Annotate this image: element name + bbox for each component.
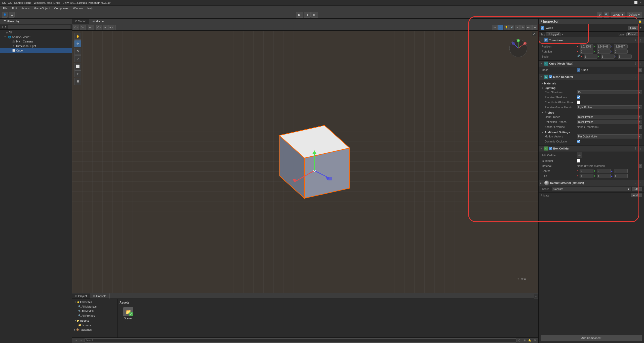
pos-z-input[interactable] xyxy=(614,44,628,48)
scene-tab-actions[interactable]: ⋮ xyxy=(533,18,538,24)
hierarchy-item-all[interactable]: ⊕ All xyxy=(0,30,72,35)
tag-dropdown-icon[interactable]: ▼ xyxy=(561,33,565,35)
hierarchy-item-maincamera[interactable]: 🎥 Main Camera xyxy=(0,39,72,44)
transform-tool-btn[interactable]: ✛ xyxy=(74,70,81,77)
mf-more-btn[interactable]: ⋮ xyxy=(638,62,642,66)
tab-game[interactable]: 🎮 Game xyxy=(89,19,107,24)
layer-value[interactable]: Default xyxy=(626,32,638,36)
tab-scene[interactable]: ⬡ Scene xyxy=(72,19,89,24)
scene-layers2-btn[interactable]: ⊞ ▼ xyxy=(526,25,532,30)
menu-gameobject[interactable]: GameObject xyxy=(32,6,52,10)
reflection-probes-dropdown[interactable]: Blend Probes ▼ xyxy=(577,120,642,124)
light-probes-dropdown[interactable]: Blend Probes ▼ xyxy=(577,115,642,119)
additional-settings-header[interactable]: ▼ Additional Settings xyxy=(541,130,642,134)
toolbar-settings-btn[interactable]: ⚙ xyxy=(597,12,602,18)
project-tree-packages[interactable]: ▶ 📦 Packages xyxy=(73,327,116,332)
hierarchy-item-dirlight[interactable]: ☀ Directional Light xyxy=(0,44,72,48)
bc-info-btn[interactable]: ? xyxy=(633,146,637,151)
layer-dropdown-icon[interactable]: ▼ xyxy=(639,33,642,35)
material-more-btn[interactable]: ⋮ xyxy=(638,181,642,185)
move-tool-btn[interactable]: ✛ xyxy=(74,40,81,47)
scale-z-input[interactable] xyxy=(618,55,632,59)
minimize-btn[interactable]: — xyxy=(629,1,632,4)
mf-info-btn[interactable]: ? xyxy=(633,62,637,66)
toolbar-account-btn[interactable]: 👤 xyxy=(2,12,8,18)
scene-snap-btn[interactable]: ⬡ ▼ xyxy=(96,25,102,30)
mesh-select-btn[interactable]: ◎ xyxy=(638,68,642,72)
scene-display-btn[interactable]: ⬡ ▼ xyxy=(73,25,79,30)
anchor-select-btn[interactable]: ◎ xyxy=(638,125,642,129)
project-tree-assets[interactable]: ▼ 📁 Assets xyxy=(73,318,116,323)
menu-help[interactable]: Help xyxy=(85,6,95,10)
project-add-btn[interactable]: + xyxy=(74,338,78,342)
scale-tool-btn[interactable]: ⤢ xyxy=(74,55,81,62)
size-x-input[interactable] xyxy=(580,174,593,178)
project-filter-btn[interactable]: ⬡ xyxy=(517,338,521,342)
edit-collider-btn[interactable]: ✏ xyxy=(577,153,582,158)
rotate-tool-btn[interactable]: ↻ xyxy=(74,48,81,55)
mr-more-btn[interactable]: ⋮ xyxy=(638,75,642,79)
project-tree-scenes[interactable]: 📁 Scenes xyxy=(73,323,116,327)
hierarchy-item-samplescene[interactable]: ▼ 🌐 SampleScene* ⋮ xyxy=(0,35,72,39)
receive-gi-dropdown[interactable]: Light Probes ▼ xyxy=(577,105,642,109)
static-dropdown-btn[interactable]: ▼ xyxy=(639,26,642,29)
hierarchy-tab[interactable]: ☰ Hierarchy xyxy=(2,19,21,24)
play-button[interactable]: ▶ xyxy=(296,12,303,18)
add-component-btn[interactable]: Add Component xyxy=(541,335,642,341)
custom-tool-btn[interactable]: ⊞ xyxy=(74,78,81,85)
menu-edit[interactable]: Edit xyxy=(10,6,19,10)
component-transform-header[interactable]: ▼ ⊞ Transform ? ⋮ xyxy=(539,37,644,43)
motion-vectors-dropdown[interactable]: Per Object Motion ▼ xyxy=(577,134,642,138)
transform-more-btn[interactable]: ⋮ xyxy=(638,38,642,42)
probes-section-header[interactable]: ▼ Probes xyxy=(541,110,642,115)
project-star-btn[interactable]: ⭐ xyxy=(528,338,532,342)
restore-btn[interactable]: ⬜ xyxy=(634,1,638,4)
size-y-input[interactable] xyxy=(597,174,611,178)
shader-edit-btn[interactable]: Edit... xyxy=(632,187,642,191)
scene-fx-btn[interactable]: ✦ xyxy=(515,25,520,30)
rot-z-input[interactable] xyxy=(614,50,628,54)
mr-enabled-check[interactable] xyxy=(549,75,552,78)
scale-y-input[interactable] xyxy=(601,55,615,59)
cast-shadows-dropdown[interactable]: On ▼ xyxy=(577,90,642,94)
pos-x-input[interactable] xyxy=(580,44,593,48)
rot-x-input[interactable] xyxy=(580,50,593,54)
project-tree-all-prefabs[interactable]: 🔍 All Prefabs xyxy=(73,313,116,318)
project-maximize-btn[interactable]: ⤢ xyxy=(534,294,538,299)
shader-dropdown[interactable]: Standard ▼ xyxy=(552,187,631,191)
static-button[interactable]: Static xyxy=(628,26,638,30)
collider-mat-select-btn[interactable]: ◎ xyxy=(638,164,642,168)
contribute-gi-check[interactable] xyxy=(577,101,580,104)
project-tree-btn[interactable]: ⊞ xyxy=(522,338,527,342)
box-collider-header[interactable]: ▼ ⬡ Box Collider ? ⋮ xyxy=(539,145,644,152)
menu-file[interactable]: File xyxy=(1,6,10,10)
hierarchy-options-btn[interactable]: ⋮ xyxy=(66,19,70,23)
default-dropdown[interactable]: Default ▼ xyxy=(627,12,642,18)
step-button[interactable]: ⏭ xyxy=(311,12,318,18)
bc-more-btn[interactable]: ⋮ xyxy=(638,146,642,151)
hierarchy-search-input[interactable] xyxy=(8,25,70,29)
hand-tool-btn[interactable]: ✋ xyxy=(74,33,81,40)
scene-viewport[interactable]: ✋ ✛ ↻ ⤢ ⬜ ✛ ⊞ xyxy=(72,31,538,293)
center-x-input[interactable] xyxy=(580,169,593,173)
scene-audio-btn[interactable]: 🔊 xyxy=(509,25,514,30)
is-trigger-check[interactable] xyxy=(577,159,580,163)
menu-assets[interactable]: Assets xyxy=(19,6,32,10)
project-tree-all-models[interactable]: 🔍 All Models xyxy=(73,309,116,313)
center-y-input[interactable] xyxy=(597,169,611,173)
project-minus-btn[interactable]: − xyxy=(79,338,83,342)
mr-info-btn[interactable]: ? xyxy=(633,75,637,79)
project-tree-all-materials[interactable]: 🔍 All Materials xyxy=(73,304,116,309)
scene-gizmo[interactable]: Y X Z xyxy=(508,38,528,58)
scene-sphere-btn[interactable]: ○ ▼ xyxy=(492,25,498,30)
scene-visibility-btn[interactable]: 👁 xyxy=(520,25,525,30)
project-search-input[interactable] xyxy=(84,338,516,342)
toolbar-search-btn[interactable]: 🔍 xyxy=(604,12,609,18)
pause-button[interactable]: ⏸ xyxy=(304,12,311,18)
scene-transform-btn[interactable]: ⊞ ▼ xyxy=(88,25,94,30)
scene-snap2-btn[interactable]: ⊞ xyxy=(103,25,108,30)
dynamic-occlusion-check[interactable] xyxy=(577,140,580,143)
scale-x-input[interactable] xyxy=(584,55,597,59)
menu-component[interactable]: Component xyxy=(52,6,70,10)
menu-window[interactable]: Window xyxy=(71,6,85,10)
